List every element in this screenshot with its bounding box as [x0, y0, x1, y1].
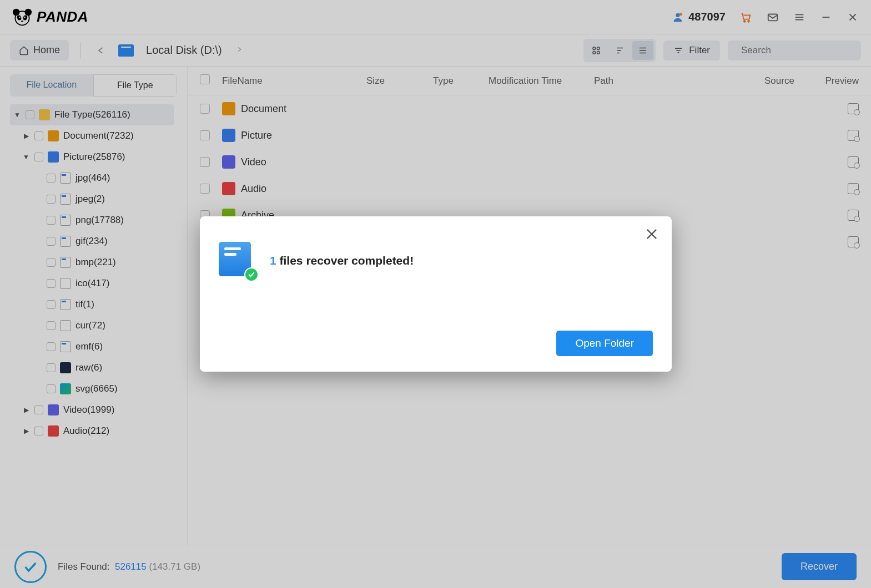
svg-rect-20	[597, 47, 600, 50]
tree-bmp[interactable]: bmp(221)	[10, 252, 174, 273]
tree-document[interactable]: ▶Document(7232)	[10, 125, 174, 146]
preview-icon[interactable]	[848, 236, 859, 247]
table-row[interactable]: Audio	[188, 175, 871, 202]
panda-icon	[12, 7, 32, 27]
sidebar-tabs: File Location File Type	[10, 74, 177, 97]
collapse-icon[interactable]: ▼	[13, 111, 21, 119]
col-filename[interactable]: FileName	[222, 75, 366, 87]
breadcrumb[interactable]: Local Disk (D:\)	[146, 44, 222, 57]
list-view-button[interactable]	[632, 41, 653, 60]
tree-jpg[interactable]: jpg(464)	[10, 168, 174, 189]
tree-label: emf(6)	[75, 341, 103, 352]
document-icon	[48, 130, 59, 141]
checkbox[interactable]	[200, 157, 210, 167]
grid-view-button[interactable]	[586, 41, 607, 60]
mail-icon[interactable]	[767, 11, 779, 23]
svg-point-5	[19, 16, 20, 17]
close-icon[interactable]	[847, 11, 859, 23]
svg-point-1	[13, 8, 20, 16]
checkbox[interactable]	[47, 258, 56, 267]
audio-icon	[222, 182, 235, 195]
tree-video[interactable]: ▶Video(1999)	[10, 399, 174, 420]
checkbox[interactable]	[34, 427, 43, 435]
col-modification[interactable]: Modification Time	[489, 75, 594, 87]
checkbox[interactable]	[47, 363, 56, 372]
checkbox[interactable]	[47, 300, 56, 309]
tree-label: jpeg(2)	[75, 194, 105, 205]
tree-raw[interactable]: raw(6)	[10, 357, 174, 378]
expand-icon[interactable]: ▶	[22, 406, 30, 414]
checkbox[interactable]	[47, 321, 56, 330]
checkbox[interactable]	[34, 153, 43, 161]
minimize-icon[interactable]	[820, 11, 832, 23]
close-button[interactable]	[644, 226, 659, 242]
preview-icon[interactable]	[848, 183, 859, 194]
tree-picture[interactable]: ▼Picture(25876)	[10, 146, 174, 168]
checkbox[interactable]	[34, 131, 43, 140]
search-input[interactable]	[741, 45, 859, 56]
tree-cur[interactable]: cur(72)	[10, 315, 174, 336]
filter-button[interactable]: Filter	[663, 40, 720, 60]
preview-icon[interactable]	[848, 103, 859, 114]
home-icon	[19, 45, 29, 55]
collapse-icon[interactable]: ▼	[22, 153, 30, 161]
col-type[interactable]: Type	[433, 75, 489, 87]
home-button[interactable]: Home	[10, 40, 69, 60]
checkbox[interactable]	[200, 184, 210, 194]
table-row[interactable]: Picture	[188, 122, 871, 149]
tab-file-location[interactable]: File Location	[10, 74, 93, 97]
recover-button[interactable]: Recover	[782, 553, 857, 580]
tree-svg[interactable]: svg(6665)	[10, 378, 174, 399]
back-button[interactable]	[92, 41, 110, 60]
select-all-checkbox[interactable]	[200, 74, 210, 84]
checkbox[interactable]	[47, 174, 56, 183]
menu-icon[interactable]	[793, 11, 805, 23]
open-folder-button[interactable]: Open Folder	[556, 331, 653, 356]
checkbox[interactable]	[26, 110, 34, 119]
tree-audio[interactable]: ▶Audio(212)	[10, 420, 174, 442]
file-icon	[60, 278, 71, 289]
tree-ico[interactable]: ico(417)	[10, 273, 174, 294]
checkbox[interactable]	[47, 216, 56, 225]
file-icon	[60, 257, 71, 268]
checkbox[interactable]	[200, 104, 210, 114]
checkbox[interactable]	[47, 384, 56, 393]
tree-gif[interactable]: gif(234)	[10, 231, 174, 252]
user-badge[interactable]: 487097	[672, 11, 726, 23]
tab-file-type[interactable]: File Type	[93, 74, 178, 97]
preview-icon[interactable]	[848, 156, 859, 168]
tree-png[interactable]: png(17788)	[10, 210, 174, 231]
col-path[interactable]: Path	[594, 75, 764, 87]
table-row[interactable]: Video	[188, 149, 871, 175]
col-source[interactable]: Source	[764, 75, 814, 87]
checkbox[interactable]	[47, 342, 56, 351]
table-row[interactable]: Document	[188, 95, 871, 122]
svg-rect-12	[768, 14, 778, 21]
checkbox[interactable]	[47, 237, 56, 246]
tree-label: File Type(526116)	[54, 109, 130, 120]
checkbox[interactable]	[47, 279, 56, 288]
col-size[interactable]: Size	[366, 75, 433, 87]
tree-jpeg[interactable]: jpeg(2)	[10, 189, 174, 210]
view-mode-group	[583, 39, 656, 62]
cart-icon[interactable]	[740, 11, 752, 23]
expand-icon[interactable]: ▶	[22, 132, 30, 140]
tree-tif[interactable]: tif(1)	[10, 294, 174, 315]
svg-point-10	[744, 20, 746, 22]
tree-emf[interactable]: emf(6)	[10, 336, 174, 357]
checkbox[interactable]	[47, 195, 56, 204]
files-found-label: Files Found: 526115 (143.71 GB)	[58, 561, 200, 572]
checkbox[interactable]	[34, 405, 43, 414]
preview-icon[interactable]	[848, 210, 859, 221]
brand-text: PANDA	[37, 8, 88, 26]
separator	[80, 42, 80, 59]
sort-view-button[interactable]	[609, 41, 630, 60]
preview-icon[interactable]	[848, 130, 859, 141]
checkbox[interactable]	[200, 130, 210, 140]
tree-label: cur(72)	[75, 320, 105, 331]
col-preview[interactable]: Preview	[814, 75, 859, 87]
search-box[interactable]	[728, 40, 861, 60]
file-icon	[60, 320, 71, 331]
expand-icon[interactable]: ▶	[22, 427, 30, 435]
tree-root[interactable]: ▼File Type(526116)	[10, 104, 174, 125]
